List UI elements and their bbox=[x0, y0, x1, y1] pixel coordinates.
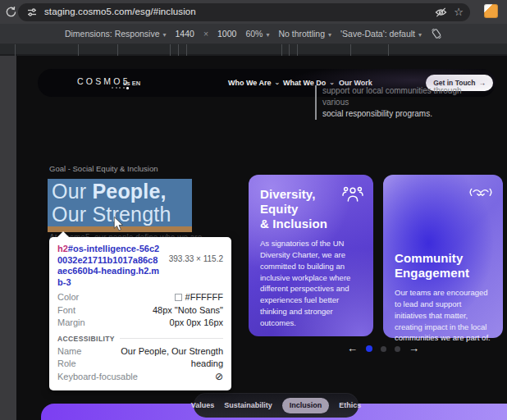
heading-line-1: Our People, bbox=[52, 180, 192, 203]
handshake-icon bbox=[468, 185, 493, 202]
intro-line-1: support our local communities through va… bbox=[322, 85, 484, 108]
tab-values[interactable]: Values bbox=[191, 401, 215, 409]
site-settings-icon[interactable] bbox=[27, 7, 37, 17]
card-community-engagement[interactable]: Community Engagement Our teams are encou… bbox=[383, 175, 503, 338]
people-group-icon bbox=[342, 185, 363, 203]
intro-paragraph: support our local communities through va… bbox=[315, 85, 484, 120]
throttling-dropdown[interactable]: No throttling bbox=[278, 29, 331, 39]
not-focusable-icon: ⊘ bbox=[215, 371, 223, 384]
tooltip-arrow bbox=[57, 231, 70, 238]
element-dimensions: 393.33 × 115.2 bbox=[169, 254, 223, 263]
zoom-dropdown[interactable]: 60% bbox=[245, 29, 269, 39]
selector-tag: h2 bbox=[57, 244, 68, 253]
accessibility-section-header: ACCESSIBILITY bbox=[57, 335, 223, 343]
save-data-dropdown[interactable]: 'Save-Data': default bbox=[340, 29, 422, 39]
device-toolbar: Dimensions: Responsive 1440 × 1000 60% N… bbox=[0, 24, 507, 44]
tab-sustainability[interactable]: Sustainability bbox=[224, 401, 272, 409]
media-query-ruler[interactable] bbox=[0, 44, 507, 56]
logo-dots-icon bbox=[112, 87, 129, 89]
eye-off-icon[interactable] bbox=[435, 7, 447, 18]
carousel-next-button[interactable]: → bbox=[409, 342, 419, 355]
tooltip-row-role: Role heading bbox=[57, 358, 223, 371]
carousel-prev-button[interactable]: ← bbox=[347, 342, 358, 355]
viewport-width-field[interactable]: 1440 bbox=[176, 29, 194, 39]
extension-icon[interactable] bbox=[484, 4, 498, 18]
card-body: As signatories of the UN Diversity Chart… bbox=[260, 238, 362, 329]
color-swatch bbox=[175, 294, 182, 301]
carousel-controls: ← → bbox=[347, 342, 419, 355]
tooltip-row-font: Font 48px "Noto Sans" bbox=[57, 304, 223, 317]
rotate-viewport-icon[interactable] bbox=[431, 28, 442, 39]
dimensions-dropdown[interactable]: Dimensions: Responsive bbox=[65, 29, 167, 39]
bookmark-star-icon[interactable]: ☆ bbox=[454, 6, 464, 18]
element-selector: h2#os-intelligence-56c20032e21711b1017a8… bbox=[57, 244, 162, 288]
address-bar[interactable]: staging.cosmo5.com/esg/#inclusion ☆ bbox=[18, 3, 470, 21]
tab-ethics[interactable]: Ethics bbox=[339, 401, 361, 409]
card-body: Our teams are encouraged to lead and sup… bbox=[395, 287, 491, 344]
inspect-tooltip: h2#os-intelligence-56c20032e21711b1017a8… bbox=[49, 237, 231, 390]
dimensions-separator: × bbox=[203, 29, 208, 39]
emulated-page: COSMO5 us EN Who We Are What We Do Our W… bbox=[16, 56, 507, 420]
goal-label: Goal - Social Equity & Inclusion bbox=[49, 164, 158, 173]
tooltip-row-keyboard-focusable: Keyboard-focusable ⊘ bbox=[57, 371, 223, 384]
cosmo5-logo[interactable]: COSMO5 bbox=[77, 76, 130, 89]
devtools-window: staging.cosmo5.com/esg/#inclusion ☆ Dime… bbox=[0, 0, 507, 420]
card-title: Community Engagement bbox=[395, 251, 491, 281]
browser-toolbar: staging.cosmo5.com/esg/#inclusion ☆ bbox=[0, 0, 507, 24]
carousel-dot[interactable] bbox=[381, 346, 386, 352]
tab-inclusion[interactable]: Inclusion bbox=[282, 398, 330, 413]
tooltip-row-name: Name Our People, Our Strength bbox=[57, 345, 223, 358]
esg-section-tabs: Values Sustainability Inclusion Ethics bbox=[194, 393, 359, 418]
card-diversity-equity-inclusion[interactable]: Diversity, Equity & Inclusion As signato… bbox=[249, 175, 373, 336]
locale-selector[interactable]: us EN bbox=[123, 80, 140, 87]
nav-who-we-are[interactable]: Who We Are bbox=[228, 79, 280, 87]
url-text[interactable]: staging.cosmo5.com/esg/#inclusion bbox=[44, 7, 196, 16]
tooltip-row-margin: Margin 0px 0px 16px bbox=[57, 317, 223, 330]
intro-line-2: social responsibility programs. bbox=[322, 108, 484, 120]
viewport-height-field[interactable]: 1000 bbox=[217, 29, 236, 39]
carousel-dot[interactable] bbox=[395, 346, 400, 352]
logo-text: COSMO5 bbox=[77, 76, 130, 86]
tooltip-row-color: Color #FFFFFF bbox=[57, 291, 223, 304]
mouse-cursor bbox=[113, 217, 124, 231]
reload-icon[interactable] bbox=[5, 6, 17, 18]
carousel-dot-active[interactable] bbox=[366, 345, 372, 352]
